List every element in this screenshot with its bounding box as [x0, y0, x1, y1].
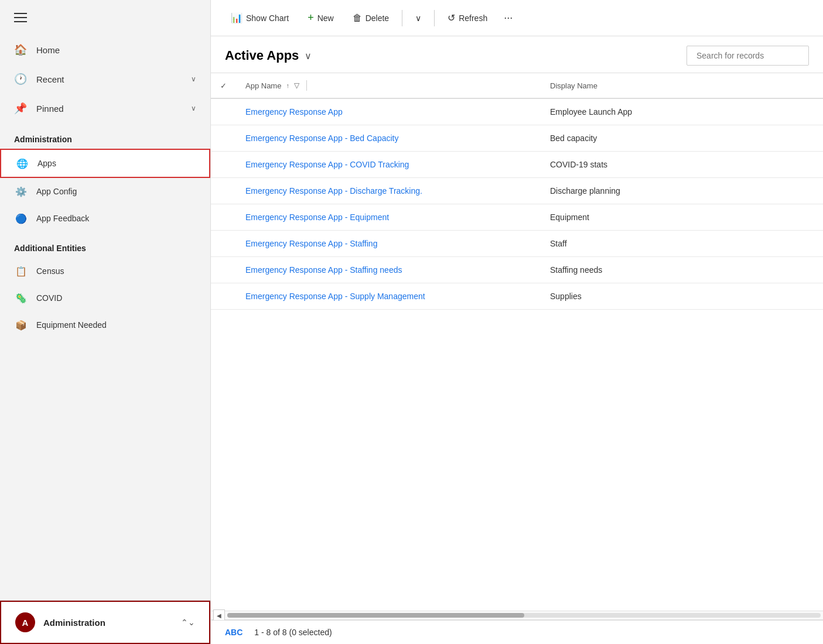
- gear-icon: ⚙️: [14, 184, 28, 198]
- chevron-updown-icon: ⌃⌄: [181, 618, 195, 627]
- sidebar-item-pinned[interactable]: 📌 Pinned ∨: [0, 94, 210, 123]
- row-checkbox[interactable]: [211, 231, 236, 257]
- ellipsis-icon: ···: [504, 12, 513, 24]
- footer-administration-button[interactable]: A Administration ⌃⌄: [0, 601, 210, 644]
- app-name-link[interactable]: Emergency Response App: [245, 107, 343, 117]
- pin-icon: 📌: [14, 102, 27, 115]
- plus-icon: +: [308, 12, 314, 24]
- sidebar-item-covid[interactable]: 🦠 COVID: [0, 285, 210, 311]
- row-checkbox[interactable]: [211, 257, 236, 283]
- chevron-down-icon: ∨: [191, 75, 196, 83]
- row-checkbox[interactable]: [211, 178, 236, 204]
- row-display-name: Equipment: [541, 204, 823, 231]
- list-title-chevron-icon[interactable]: ∨: [305, 50, 312, 61]
- sidebar-item-app-config[interactable]: ⚙️ App Config: [0, 178, 210, 205]
- footer-label: Administration: [43, 618, 173, 628]
- row-checkbox[interactable]: [211, 283, 236, 310]
- row-app-name[interactable]: Emergency Response App - Discharge Track…: [236, 178, 541, 204]
- filter-icon[interactable]: ▽: [294, 81, 299, 90]
- app-name-link[interactable]: Emergency Response App - Staffing: [245, 239, 377, 248]
- row-display-name: Employee Launch App: [541, 98, 823, 125]
- row-display-name: Bed capacity: [541, 125, 823, 152]
- row-app-name[interactable]: Emergency Response App - COVID Tracking: [236, 152, 541, 178]
- more-options-button[interactable]: ···: [498, 7, 518, 29]
- table-row: Emergency Response AppEmployee Launch Ap…: [211, 98, 823, 125]
- app-name-link[interactable]: Emergency Response App - Supply Manageme…: [245, 292, 425, 301]
- scroll-left-button[interactable]: ◀: [213, 609, 225, 621]
- app-name-link[interactable]: Emergency Response App - Discharge Track…: [245, 186, 422, 196]
- show-chart-label: Show Chart: [246, 13, 289, 23]
- row-app-name[interactable]: Emergency Response App - Bed Capacity: [236, 125, 541, 152]
- sidebar-item-recent[interactable]: 🕐 Recent ∨: [0, 64, 210, 94]
- chevron-down-icon: ∨: [191, 104, 196, 112]
- table-row: Emergency Response App - StaffingStaff: [211, 231, 823, 257]
- app-name-link[interactable]: Emergency Response App - Staffing needs: [245, 265, 402, 275]
- row-app-name[interactable]: Emergency Response App - Equipment: [236, 204, 541, 231]
- table-wrapper: ✓ App Name ↑ ▽ Display Name: [211, 73, 823, 611]
- sidebar-item-label: App Feedback: [36, 214, 89, 223]
- scrollbar-thumb[interactable]: [227, 613, 524, 618]
- scrollbar-track[interactable]: [227, 613, 821, 618]
- row-app-name[interactable]: Emergency Response App - Staffing needs: [236, 257, 541, 283]
- chevron-down-icon: ∨: [415, 13, 421, 23]
- table-row: Emergency Response App - EquipmentEquipm…: [211, 204, 823, 231]
- app-name-link[interactable]: Emergency Response App - Equipment: [245, 213, 389, 222]
- list-title: Active Apps: [225, 48, 299, 63]
- row-checkbox[interactable]: [211, 98, 236, 125]
- table-row: Emergency Response App - Staffing needsS…: [211, 257, 823, 283]
- search-input[interactable]: [687, 46, 809, 66]
- row-display-name: COVID-19 stats: [541, 152, 823, 178]
- new-button[interactable]: + New: [299, 7, 342, 29]
- toolbar: 📊 Show Chart + New 🗑 Delete ∨ ↺ Refresh …: [211, 0, 823, 36]
- main-content: 📊 Show Chart + New 🗑 Delete ∨ ↺ Refresh …: [211, 0, 823, 644]
- display-name-column-label: Display Name: [550, 81, 597, 90]
- trash-icon: 🗑: [353, 13, 362, 23]
- table-row: Emergency Response App - COVID TrackingC…: [211, 152, 823, 178]
- feedback-icon: 🔵: [14, 211, 28, 225]
- sidebar-item-apps[interactable]: 🌐 Apps: [0, 149, 210, 178]
- row-display-name: Discharge planning: [541, 178, 823, 204]
- row-checkbox[interactable]: [211, 125, 236, 152]
- toolbar-divider-2: [434, 10, 435, 26]
- sidebar-item-equipment-needed[interactable]: 📦 Equipment Needed: [0, 311, 210, 338]
- sidebar-item-label: Apps: [37, 159, 56, 168]
- show-chart-button[interactable]: 📊 Show Chart: [223, 8, 297, 28]
- sidebar-item-label: Recent: [36, 74, 182, 84]
- sidebar-top: [0, 0, 210, 35]
- avatar: A: [15, 612, 35, 632]
- row-checkbox[interactable]: [211, 204, 236, 231]
- sidebar-item-home[interactable]: 🏠 Home: [0, 35, 210, 64]
- dropdown-button[interactable]: ∨: [407, 9, 429, 28]
- record-count-label: 1 - 8 of 8 (0 selected): [254, 628, 332, 637]
- sort-icon[interactable]: ↑: [286, 82, 289, 89]
- sidebar-item-app-feedback[interactable]: 🔵 App Feedback: [0, 205, 210, 232]
- sidebar-item-label: Equipment Needed: [36, 320, 107, 330]
- menu-button[interactable]: [12, 11, 29, 25]
- list-title-group: Active Apps ∨: [225, 48, 312, 63]
- abc-filter-button[interactable]: ABC: [225, 628, 243, 637]
- table-header-row: ✓ App Name ↑ ▽ Display Name: [211, 73, 823, 98]
- row-app-name[interactable]: Emergency Response App: [236, 98, 541, 125]
- table-row: Emergency Response App - Discharge Track…: [211, 178, 823, 204]
- th-checkbox: ✓: [211, 73, 236, 98]
- check-icon: ✓: [220, 81, 227, 90]
- row-display-name: Staffing needs: [541, 257, 823, 283]
- delete-button[interactable]: 🗑 Delete: [344, 8, 397, 28]
- row-app-name[interactable]: Emergency Response App - Staffing: [236, 231, 541, 257]
- sidebar-item-label: App Config: [36, 187, 77, 196]
- row-app-name[interactable]: Emergency Response App - Supply Manageme…: [236, 283, 541, 310]
- app-name-link[interactable]: Emergency Response App - COVID Tracking: [245, 160, 409, 169]
- app-name-link[interactable]: Emergency Response App - Bed Capacity: [245, 133, 398, 143]
- row-checkbox[interactable]: [211, 152, 236, 178]
- th-app-name[interactable]: App Name ↑ ▽: [236, 73, 541, 98]
- sidebar-item-census[interactable]: 📋 Census: [0, 258, 210, 285]
- refresh-icon: ↺: [448, 12, 455, 23]
- refresh-button[interactable]: ↺ Refresh: [439, 8, 496, 28]
- table-body: Emergency Response AppEmployee Launch Ap…: [211, 98, 823, 310]
- table-row: Emergency Response App - Supply Manageme…: [211, 283, 823, 310]
- app-name-column-label: App Name: [245, 81, 281, 90]
- scrollbar-area: ◀: [211, 611, 823, 620]
- equipment-icon: 📦: [14, 318, 28, 332]
- delete-label: Delete: [366, 13, 389, 23]
- toolbar-divider: [402, 10, 402, 26]
